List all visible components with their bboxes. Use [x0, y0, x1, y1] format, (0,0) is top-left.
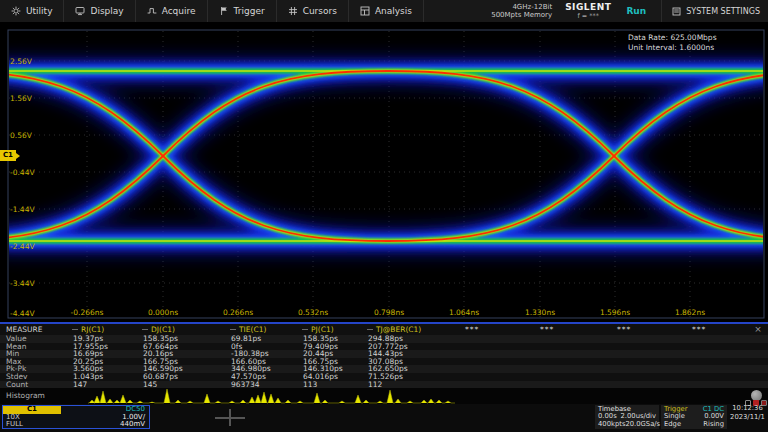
measure-empty-cell — [682, 358, 746, 366]
menu-item-utility[interactable]: Utility — [0, 0, 64, 22]
measure-row-label: Stdev — [0, 373, 71, 381]
y-axis-label: 0.56V — [10, 131, 32, 140]
measure-value: 166.60ps — [229, 358, 301, 366]
measure-empty-cell — [455, 350, 530, 358]
close-table-icon[interactable]: × — [746, 324, 768, 335]
clock-date: 2023/11/1 — [729, 413, 766, 422]
measure-value: 166.75ps — [301, 358, 366, 366]
column-handle-icon — [302, 329, 308, 330]
measure-column-empty[interactable]: *** — [607, 324, 682, 335]
measure-value: 294.88ps — [366, 335, 455, 343]
measure-empty-cell — [530, 358, 607, 366]
measure-empty-cell — [455, 373, 530, 381]
y-axis-label: -3.44V — [10, 279, 35, 288]
measure-value: 17.955ps — [71, 343, 141, 351]
measure-empty-cell — [530, 350, 607, 358]
trigger-slope: Rising — [703, 421, 724, 428]
timebase-box[interactable]: Timebase 0.00s 2.00us/div 400kpts 20.0GS… — [595, 405, 659, 429]
measure-column-header[interactable]: PJ(C1) — [301, 324, 366, 335]
measure-row-label: Mean — [0, 343, 71, 351]
run-status-badge[interactable]: Run — [624, 6, 648, 16]
measure-column-header[interactable]: DJ(C1) — [141, 324, 229, 335]
menu-item-acquire[interactable]: Acquire — [136, 0, 208, 22]
measure-filler — [746, 335, 768, 343]
measure-column-empty[interactable]: *** — [682, 324, 746, 335]
measure-empty-cell — [530, 343, 607, 351]
measure-empty-cell — [607, 335, 682, 343]
x-axis-label: 1.862ns — [668, 308, 712, 317]
menu-item-label: Trigger — [234, 6, 265, 16]
measure-value: 158.35ps — [141, 335, 229, 343]
channel-descriptor-c1[interactable]: C1 DC50 10X 1.00V/ FULL 440mV — [2, 405, 150, 429]
channel-offset: 440mV — [61, 421, 149, 429]
measure-value: 60.687ps — [141, 373, 229, 381]
measure-empty-cell — [530, 365, 607, 373]
measure-column-header[interactable]: RJ(C1) — [71, 324, 141, 335]
measure-value: 69.81ps — [229, 335, 301, 343]
menu-item-display[interactable]: Display — [64, 0, 135, 22]
menu-item-cursors[interactable]: Cursors — [277, 0, 349, 22]
menu-item-label: Cursors — [303, 6, 337, 16]
menu-items: UtilityDisplayAcquireTriggerCursorsAnaly… — [0, 0, 424, 22]
measure-value: 79.409ps — [301, 343, 366, 351]
measure-column-empty[interactable]: *** — [530, 324, 607, 335]
display-icon — [75, 6, 85, 16]
measure-empty-cell — [607, 350, 682, 358]
measure-value: 3.560ps — [71, 365, 141, 373]
measure-row-label: Min — [0, 350, 71, 358]
measure-value: 20.25ps — [71, 358, 141, 366]
menu-item-analysis[interactable]: Analysis — [349, 0, 424, 22]
measure-value: 64.016ps — [301, 373, 366, 381]
cursors-icon — [288, 6, 298, 16]
measure-empty-cell — [530, 335, 607, 343]
menubar-status: 4GHz-12Bit 500Mpts Memory SIGLENT f = **… — [491, 0, 768, 22]
measure-value: 207.772ps — [366, 343, 455, 351]
analysis-icon — [360, 6, 370, 16]
y-axis-label: 1.56V — [10, 94, 32, 103]
measure-column-header[interactable]: TJ@BER(C1) — [366, 324, 455, 335]
menu-item-label: Analysis — [375, 6, 412, 16]
bottom-bar: C1 DC50 10X 1.00V/ FULL 440mV Timebase 0… — [0, 404, 768, 432]
measure-value: 346.980ps — [229, 365, 301, 373]
x-axis-label: 0.000ns — [141, 308, 185, 317]
system-settings-icon — [672, 7, 681, 16]
y-axis-label: -1.44V — [10, 205, 35, 214]
measure-value: 146.590ps — [141, 365, 229, 373]
acquisition-info: 4GHz-12Bit 500Mpts Memory — [491, 3, 552, 19]
measure-value: 166.75ps — [141, 358, 229, 366]
clock[interactable]: 10:12:36 2023/11/1 — [729, 404, 766, 422]
measure-value: 0fs — [229, 343, 301, 351]
measure-value: 162.650ps — [366, 365, 455, 373]
acq-memory: 500Mpts Memory — [491, 11, 552, 19]
system-settings-label: SYSTEM SETTINGS — [686, 7, 760, 16]
x-axis-label: -0.266ns — [65, 308, 109, 317]
column-handle-icon — [367, 329, 373, 330]
channel-offset-marker[interactable]: C1 — [0, 150, 16, 161]
system-settings-button[interactable]: SYSTEM SETTINGS — [661, 0, 760, 22]
measure-column-empty[interactable]: *** — [455, 324, 530, 335]
measure-empty-cell — [682, 335, 746, 343]
measure-column-header[interactable]: TIE(C1) — [229, 324, 301, 335]
measure-row-label: Max — [0, 358, 71, 366]
x-axis-label: 0.266ns — [216, 308, 260, 317]
clock-time: 10:12:36 — [729, 404, 766, 413]
y-axis-label: 2.56V — [10, 57, 32, 66]
menu-item-label: Display — [90, 6, 123, 16]
measure-row-label: Value — [0, 335, 71, 343]
measure-filler — [746, 365, 768, 373]
measure-value: 71.526ps — [366, 373, 455, 381]
trigger-box[interactable]: Trigger C1 DC Single 0.00V Edge Rising — [661, 405, 727, 429]
measure-empty-cell — [607, 358, 682, 366]
x-axis-label: 0.532ns — [291, 308, 335, 317]
x-axis-label: 0.798ns — [367, 308, 411, 317]
menu-item-trigger[interactable]: Trigger — [208, 0, 277, 22]
measure-empty-cell — [682, 373, 746, 381]
measure-empty-cell — [455, 365, 530, 373]
eye-diagram — [0, 22, 768, 322]
measure-empty-cell — [530, 373, 607, 381]
x-axis-label: 1.596ns — [593, 308, 637, 317]
brand-name: SIGLENT — [565, 2, 611, 12]
measure-row-label: Pk-Pk — [0, 365, 71, 373]
measure-empty-cell — [682, 350, 746, 358]
x-axis-label: 1.064ns — [442, 308, 486, 317]
